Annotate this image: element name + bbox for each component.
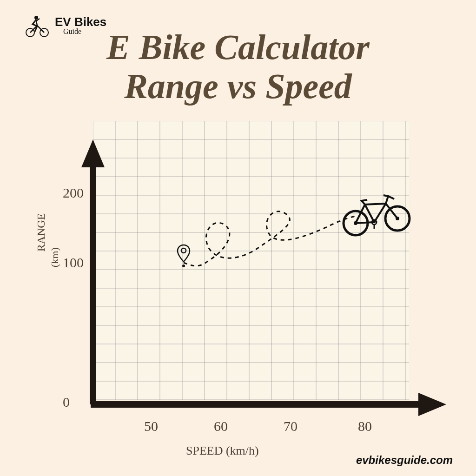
chart-grid <box>93 121 409 400</box>
y-axis-unit: (km) <box>49 247 61 267</box>
title-line-2: Range vs Speed <box>0 67 476 106</box>
title-line-1: E Bike Calculator <box>0 28 476 67</box>
x-axis-label: SPEED (km/h) <box>186 444 259 458</box>
y-tick-2: 200 <box>63 185 84 201</box>
x-tick-1: 60 <box>214 418 228 434</box>
footer-url: evbikesguide.com <box>356 454 453 467</box>
svg-marker-37 <box>418 393 446 416</box>
x-tick-3: 80 <box>358 418 372 434</box>
svg-point-2 <box>34 16 38 20</box>
x-tick-2: 70 <box>284 418 298 434</box>
x-tick-0: 50 <box>144 418 158 434</box>
logo-title: EV Bikes <box>55 16 106 28</box>
y-tick-0: 0 <box>63 394 70 410</box>
start-pin-icon <box>177 244 191 264</box>
y-tick-1: 100 <box>63 255 84 271</box>
bike-icon <box>339 191 414 239</box>
page-title: E Bike Calculator Range vs Speed <box>0 28 476 106</box>
y-axis-label: RANGE <box>35 205 47 260</box>
chart-plot-area <box>93 121 409 400</box>
svg-point-39 <box>181 248 186 253</box>
